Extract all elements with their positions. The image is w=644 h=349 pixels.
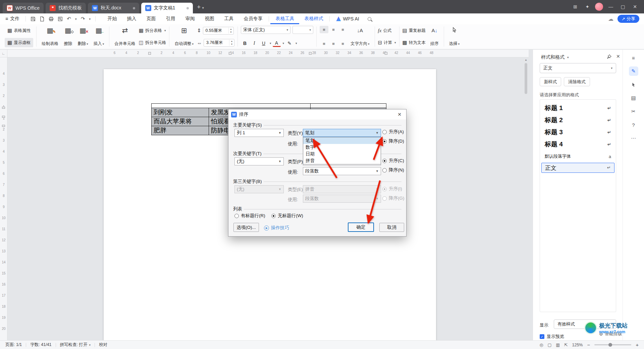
table-cell[interactable]: 到刚发 [152,108,209,117]
share-button[interactable]: ↗分享 [618,15,639,23]
minimize-button[interactable]: — [606,4,615,9]
style-heading4[interactable]: 标题 4↵ [541,139,614,150]
help-icon[interactable]: ? [629,120,638,130]
spellcheck-status[interactable]: 拼写检查: 打开 [60,342,88,348]
panel-close-icon[interactable]: ✕ [616,54,620,59]
merge-cells-button[interactable]: ⇄合并单元格 [112,26,138,47]
word-count[interactable]: 字数: 41/41 [30,342,51,348]
formula-button[interactable]: fx公式 [378,26,396,35]
spellcheck-chevron-icon[interactable]: ▾ [89,343,91,347]
table-row-marker[interactable] [2,116,5,118]
edit-mode-icon[interactable]: ✎ [629,66,638,76]
insert-button[interactable]: ▦←插入▾ [92,26,106,47]
dialog-title-bar[interactable]: W 排序 ✕ [228,109,406,119]
header-row-radio[interactable]: 有标题行(R) [234,213,265,219]
options-button[interactable]: 选项(O)... [233,223,259,232]
highlight-button[interactable]: ✎ [285,39,293,47]
sort-button[interactable]: A↓排序 [428,26,441,47]
menu-table-style[interactable]: 表格样式 [299,13,328,24]
font-name-select[interactable]: 宋体 (正文)▾ [241,26,290,34]
horizontal-ruler[interactable]: 642 246810121416182022242628303234363840… [7,50,529,57]
document-scrollbar[interactable]: ▲ [524,58,528,340]
save-icon[interactable] [31,16,36,21]
style-body-selected[interactable]: 正文↵ [541,163,614,173]
eraser-button[interactable]: ▦◇擦除 [62,26,74,47]
align-top-right-button[interactable]: ≡ [338,26,347,33]
gift-box-icon[interactable]: ✦ [583,4,592,9]
menu-reference[interactable]: 引用 [161,13,180,24]
styles-strip-icon[interactable]: ▤ [629,93,638,103]
autofit-button[interactable]: ⊞自动调整▾ [172,26,196,47]
select-button[interactable]: 选择▾ [447,26,462,47]
primary-ascending-radio[interactable]: 升序(A) [382,129,404,135]
tab-wps-home[interactable]: W WPS Office [3,3,44,13]
scroll-up-icon[interactable]: ▲ [525,58,527,61]
zoom-slider-thumb[interactable] [608,343,612,347]
zoom-slider[interactable] [594,344,631,345]
maximize-button[interactable]: ▢ [619,4,627,9]
primary-column-select[interactable]: 列 1▼ [234,129,284,137]
menu-table-tools[interactable]: 表格工具 [270,13,299,24]
table-cell[interactable]: 而晶大苹果将 [152,117,209,126]
to-text-button[interactable]: ▩转为文本 [402,38,426,47]
workspace-icon[interactable]: ⊞ [571,4,580,9]
align-bottom-left-button[interactable]: ≡ [320,40,328,47]
search-icon[interactable] [368,17,371,21]
style-heading1[interactable]: 标题 1↵ [541,102,614,114]
text-direction-button[interactable]: ↓A文字方向▾ [348,26,372,47]
font-size-select[interactable]: ▾ [292,26,313,34]
proofread-button[interactable]: 校对 [99,342,107,348]
outline-icon[interactable]: ≡ [629,53,638,62]
menu-member[interactable]: 会员专享 [238,13,267,24]
align-top-left-button[interactable]: ≡ [320,26,328,33]
zoom-in-icon[interactable]: + [636,342,639,348]
align-bottom-center-button[interactable]: ≡ [329,40,338,47]
wps-ai-button[interactable]: WPS AI [331,13,364,24]
type-option[interactable]: 日期 [303,151,381,157]
split-cells-button[interactable]: ◫拆分单元格 [139,38,166,47]
bold-button[interactable]: B [241,39,249,47]
show-preview-checkbox[interactable]: ✓显示预览 [540,334,564,340]
web-view-icon[interactable]: ▥ [556,342,560,347]
highlight-chevron-icon[interactable]: ▾ [296,42,297,45]
table-row[interactable] [152,104,386,108]
menu-tools[interactable]: 工具 [219,13,238,24]
close-button[interactable]: ✕ [631,4,639,9]
font-color-button[interactable]: A [273,40,281,47]
tab-list-chevron-icon[interactable]: ▾ [202,6,204,10]
menu-review[interactable]: 审阅 [180,13,200,24]
tips-link[interactable]: ▶操作技巧 [264,225,289,231]
table-properties-button[interactable]: ▦表格属性 [5,26,33,35]
table-column-marker[interactable] [309,52,312,55]
primary-descending-radio[interactable]: 降序(D) [382,138,404,144]
underline-chevron-icon[interactable]: ▾ [270,42,271,45]
tab-docer-template[interactable]: ❞ 找稻壳模板 [46,3,86,13]
table-row-marker[interactable] [2,125,5,127]
delete-button[interactable]: ▦✕删除▾ [75,26,90,47]
spin-buttons[interactable]: ▲▼ [229,40,234,46]
clip-icon[interactable]: ✂ [629,107,638,116]
pin-icon[interactable] [607,54,611,60]
menu-page[interactable]: 页面 [141,13,161,24]
secondary-ascending-radio[interactable]: 升序(C) [382,158,404,164]
menu-insert[interactable]: 插入 [122,13,141,24]
vertical-ruler[interactable]: 4 3 2 1 1 2 3 4 5 6 7 8 9 10 11 12 13 14… [0,57,7,340]
table-column-marker[interactable] [229,52,231,55]
more-icon[interactable]: ⋯ [629,134,638,143]
table-row-marker[interactable] [2,107,5,109]
secondary-column-select[interactable]: (无)▼ [234,157,284,165]
repeat-header-button[interactable]: ▤重复标题 [402,26,426,35]
table-column-marker[interactable] [148,52,151,55]
secondary-use-select[interactable]: 段落数▼ [303,167,381,175]
type-option[interactable]: 拼音 [303,157,381,164]
table-cell[interactable]: 肥胖 [152,126,209,135]
underline-button[interactable]: U [260,39,268,47]
style-heading3[interactable]: 标题 3↵ [541,127,614,138]
export-pdf-icon[interactable] [40,16,45,21]
zoom-out-icon[interactable]: − [587,342,590,348]
column-width-stepper[interactable]: 3.76厘米▲▼ [204,39,234,47]
dialog-close-icon[interactable]: ✕ [395,111,404,118]
fullscreen-icon[interactable]: ⇱ [564,342,568,347]
user-avatar[interactable] [595,3,603,11]
cloud-sync-icon[interactable]: ☁ [608,16,613,22]
